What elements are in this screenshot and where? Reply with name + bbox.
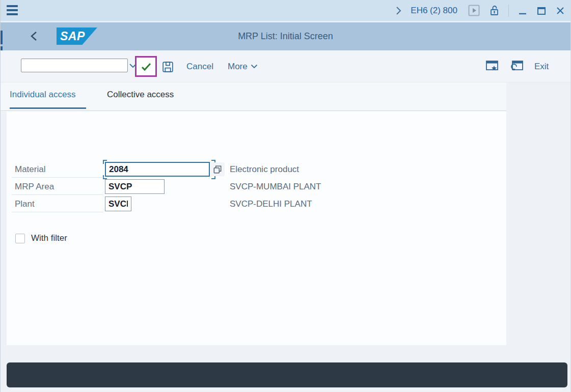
individual-access-panel: Material Electronic product MRP Area SVC… — [7, 111, 506, 345]
exit-button[interactable]: Exit — [534, 50, 549, 82]
save-button[interactable] — [160, 60, 175, 74]
more-label: More — [228, 62, 248, 72]
system-id: EH6 (2) 800 — [411, 6, 457, 16]
tab-strip: Individual access Collective access — [1, 82, 506, 111]
cancel-button[interactable]: Cancel — [186, 50, 213, 82]
mrp-area-label: MRP Area — [15, 182, 54, 192]
new-session-icon[interactable] — [510, 59, 525, 73]
plant-description: SVCP-DELHI PLANT — [230, 199, 312, 209]
minimize-button[interactable] — [518, 6, 528, 16]
row-separator — [12, 212, 103, 212]
plant-label: Plant — [15, 199, 35, 209]
active-tab-underline — [10, 107, 86, 109]
chevron-right-icon[interactable] — [395, 6, 402, 16]
continue-enter-button[interactable] — [135, 56, 157, 77]
row-separator — [12, 177, 103, 178]
divider — [508, 5, 509, 17]
mrp-area-description: SVCP-MUMBAI PLANT — [230, 182, 321, 192]
unlock-icon[interactable] — [488, 5, 500, 17]
material-label: Material — [15, 164, 45, 175]
app-header: SAP MRP List: Initial Screen — [1, 22, 570, 50]
row-separator — [12, 194, 103, 195]
divider — [1, 110, 506, 111]
menu-icon[interactable] — [7, 5, 18, 15]
command-input[interactable] — [21, 59, 129, 72]
create-shortcut-icon[interactable] — [485, 59, 500, 73]
with-filter-label: With filter — [31, 233, 67, 243]
play-icon[interactable] — [468, 5, 480, 16]
focus-corner — [103, 175, 107, 179]
tab-individual-access[interactable]: Individual access — [10, 90, 75, 100]
value-help-icon[interactable] — [210, 162, 225, 176]
tab-collective-access[interactable]: Collective access — [107, 90, 174, 100]
application-toolbar: Cancel More Exit — [1, 50, 570, 82]
sap-window: EH6 (2) 800 SAP MRP List: Initial — [0, 0, 571, 392]
plant-input[interactable] — [105, 197, 131, 211]
close-button[interactable] — [555, 6, 565, 16]
with-filter-row[interactable]: With filter — [15, 233, 67, 243]
material-description: Electronic product — [230, 164, 299, 175]
more-menu-button[interactable]: More — [228, 50, 258, 82]
mrp-area-input[interactable] — [105, 179, 165, 194]
chevron-down-icon — [251, 64, 258, 69]
material-input[interactable] — [105, 162, 210, 177]
focus-corner — [103, 160, 107, 164]
with-filter-checkbox[interactable] — [15, 234, 25, 243]
command-combobox[interactable] — [21, 59, 128, 72]
page-title: MRP List: Initial Screen — [1, 22, 570, 50]
maximize-button[interactable] — [536, 6, 547, 16]
edge-stripe — [1, 31, 3, 44]
status-bar — [7, 362, 567, 387]
window-titlebar: EH6 (2) 800 — [1, 0, 570, 21]
